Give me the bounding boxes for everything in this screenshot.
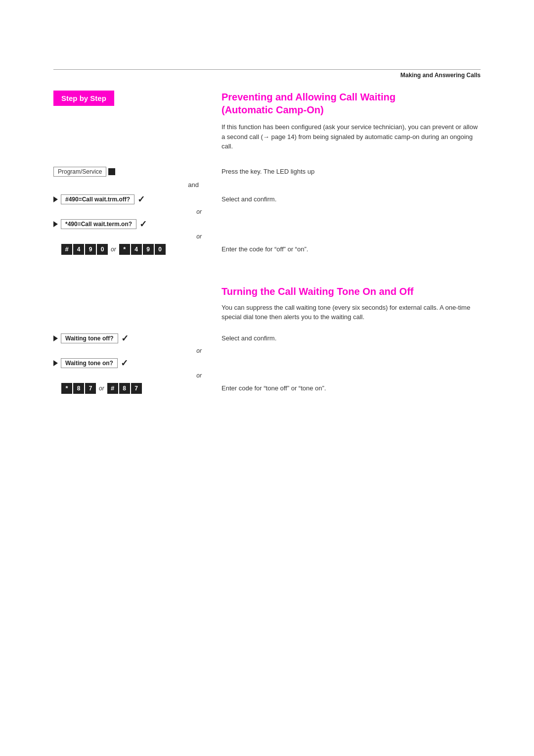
enter-code-desc2: Enter code for “tone off” or “tone on”. (222, 384, 326, 392)
or2-row: or (53, 232, 207, 241)
or3-row: or (53, 346, 207, 355)
section1-title-line1: Preventing and Allowing Call Waiting (222, 92, 396, 102)
prog-service-row: Program/Service (53, 165, 207, 178)
procedure1-block: Program/Service and #490=Call wait.trm.o… (53, 165, 481, 258)
or4-label: or (196, 372, 202, 379)
right-spacer-or3 (222, 346, 481, 355)
or2-label: or (196, 233, 202, 240)
enter-code-desc1: Enter the code for “off” or “on”. (222, 245, 308, 253)
proc2-right: Select and confirm. Enter code for “tone… (207, 332, 481, 397)
section2-title: Turning the Call Waiting Tone On and Off (222, 285, 481, 298)
key-8-2: 8 (119, 383, 130, 394)
arrow-icon-1 (53, 196, 58, 202)
key-9-2: 9 (143, 244, 154, 255)
header-title-text: Making and Answering Calls (400, 72, 481, 79)
section2-right: Turning the Call Waiting Tone On and Off… (207, 273, 481, 329)
arrow-icon-4 (53, 360, 58, 366)
arrow-icon-2 (53, 221, 58, 227)
key-star-2: * (61, 383, 72, 394)
or1-row: or (53, 207, 207, 216)
right-enter-code2: Enter code for “tone off” or “tone on”. (222, 381, 481, 395)
key-4-1: 4 (73, 244, 84, 255)
section1-desc: If this function has been configured (as… (222, 122, 481, 151)
select-confirm3: Select and confirm. (222, 334, 276, 342)
or1-label: or (196, 208, 202, 215)
right-spacer-and (222, 180, 481, 190)
menu-item2-box: *490=Call wait.term.on? (61, 219, 136, 229)
right-select3: Select and confirm. (222, 332, 481, 345)
prog-service-label: Program/Service (53, 167, 106, 177)
procedure2-block: Waiting tone off? ✓ or Waiting tone on? … (53, 332, 481, 397)
or-keys-label-1: or (111, 246, 116, 253)
proc1-left: Program/Service and #490=Call wait.trm.o… (53, 165, 207, 258)
proc1-right: Press the key. The LED lights up Select … (207, 165, 481, 258)
key-star-1: * (119, 244, 130, 255)
section2-block: Turning the Call Waiting Tone On and Off… (53, 273, 481, 397)
checkmark-1: ✓ (137, 194, 145, 205)
right-enter-code1: Enter the code for “off” or “on”. (222, 242, 481, 256)
banner-right: Preventing and Allowing Call Waiting (Au… (207, 91, 481, 160)
code-keys-row1: # 4 9 0 or * 4 9 0 (53, 242, 207, 256)
waiting-tone-off-row: Waiting tone off? ✓ (53, 332, 207, 345)
right-spacer-or1 (222, 207, 481, 216)
step-by-step-banner: Step by Step (53, 91, 114, 106)
right-spacer-or2 (222, 232, 481, 241)
right-spacer-menu4 (222, 357, 481, 370)
page-container: Making and Answering Calls Step by Step … (0, 69, 534, 756)
checkmark-3: ✓ (121, 333, 129, 344)
and-label: and (188, 181, 199, 189)
menu-item2-row: *490=Call wait.term.on? ✓ (53, 218, 207, 231)
checkmark-4: ✓ (121, 358, 128, 369)
or4-row: or (53, 371, 207, 380)
key-9-1: 9 (85, 244, 96, 255)
menu-item1-box: #490=Call wait.trm.off? (61, 194, 134, 204)
banner-left: Step by Step (53, 91, 207, 160)
or-keys-label-2: or (99, 385, 104, 392)
right-spacer-menu2 (222, 218, 481, 231)
waiting-tone-on-box: Waiting tone on? (61, 358, 118, 368)
section2-header-row: Turning the Call Waiting Tone On and Off… (53, 273, 481, 329)
arrow-icon-3 (53, 335, 58, 341)
waiting-tone-on-row: Waiting tone on? ✓ (53, 357, 207, 370)
section1-title-line2: (Automatic Camp-On) (222, 104, 324, 115)
menu-item1-row: #490=Call wait.trm.off? ✓ (53, 193, 207, 206)
key-hash-1: # (61, 244, 72, 255)
proc2-left: Waiting tone off? ✓ or Waiting tone on? … (53, 332, 207, 397)
key-7-2: 7 (131, 383, 142, 394)
key-0-1: 0 (97, 244, 108, 255)
press-key-desc: Press the key. The LED lights up (222, 168, 314, 175)
key-hash-2: # (107, 383, 118, 394)
key-8-1: 8 (73, 383, 84, 394)
code-keys-row2: * 8 7 or # 8 7 (53, 381, 207, 395)
and-label-row: and (53, 180, 207, 190)
main-layout: Step by Step Preventing and Allowing Cal… (53, 91, 481, 397)
prog-led-indicator (108, 168, 115, 175)
key-0-2: 0 (155, 244, 166, 255)
right-spacer-or4 (222, 371, 481, 380)
section2-left-spacer (53, 273, 207, 329)
key-7-1: 7 (85, 383, 96, 394)
key-4-2: 4 (131, 244, 142, 255)
checkmark-2: ✓ (139, 219, 147, 230)
section2-desc: You can suppress the call waiting tone (… (222, 303, 481, 322)
banner-row: Step by Step Preventing and Allowing Cal… (53, 91, 481, 160)
header-title: Making and Answering Calls (0, 70, 534, 79)
right-press-key: Press the key. The LED lights up (222, 165, 481, 178)
arrow-page-ref: → page 14 (263, 132, 295, 142)
select-confirm1: Select and confirm. (222, 195, 276, 203)
or3-label: or (196, 347, 202, 354)
waiting-tone-off-box: Waiting tone off? (61, 333, 118, 343)
section1-title: Preventing and Allowing Call Waiting (Au… (222, 91, 481, 116)
right-select1: Select and confirm. (222, 193, 481, 206)
